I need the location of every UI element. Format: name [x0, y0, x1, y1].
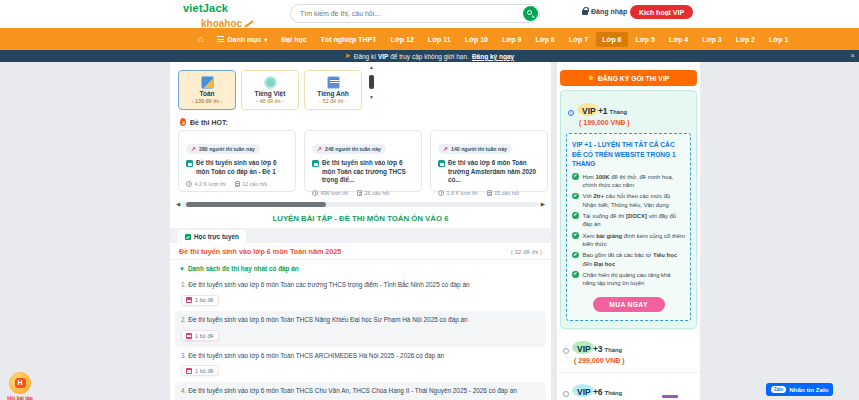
benefit-text: Tải xuống đề thi [DOCX] với đầy đủ đáp á… — [583, 212, 686, 229]
nav-item[interactable]: Lớp 3 — [696, 32, 727, 47]
subject-card[interactable]: Tiếng Việt- 48 đề thi - — [241, 70, 299, 110]
calendar-icon — [186, 368, 192, 374]
vip-plan-option[interactable]: VIP +1Tháng( 199,000 VNĐ ) — [566, 96, 691, 130]
section-heading-row: Đề thi tuyển sinh vào lớp 6 môn Toán năm… — [170, 243, 551, 260]
hot-exam-card[interactable]: ↗140 người thi tuần nàyĐề thi vào lớp 6 … — [430, 130, 548, 192]
nav-item-label: Lớp 5 — [636, 36, 655, 43]
calendar-icon — [438, 160, 445, 167]
nav-item[interactable]: Lớp 7 — [563, 32, 594, 47]
main-content: Toán- 139 đề thi -Tiếng Việt- 48 đề thi … — [170, 62, 551, 400]
exam-list-subheading[interactable]: ▼ Danh sách đề thi hay nhất có đáp án — [179, 265, 299, 272]
radio-button[interactable] — [563, 348, 569, 354]
tab-strip: ✔ Học trực tuyến — [170, 228, 551, 243]
plan-name: VIP +6Tháng — [574, 386, 625, 398]
scroll-thumb[interactable] — [369, 75, 374, 89]
attempts-text: 1.6 K lượt thi — [447, 190, 478, 196]
home-button[interactable]: ⌂ — [192, 31, 209, 48]
vip-plan-option[interactable]: VIP +3Tháng( 299,000 VNĐ ) — [557, 329, 700, 372]
subject-card[interactable]: Tiếng Anh- 52 đề thi - — [304, 70, 362, 110]
exam-list-item[interactable]: 3.Đề thi tuyển sinh vào lớp 6 môn Toán T… — [175, 347, 546, 382]
zalo-chat-button[interactable]: Zalo Nhắn tin Zalo — [766, 383, 833, 396]
scroll-right-icon[interactable]: ▶ — [539, 201, 547, 207]
plan-price: ( 199,000 VNĐ ) — [579, 119, 630, 126]
fire-icon — [180, 118, 186, 126]
help-label: Hỏi bài tập — [2, 395, 38, 400]
check-icon: ✔ — [572, 252, 579, 259]
clock-icon — [438, 190, 444, 196]
horizontal-scrollbar[interactable]: ◀ ▶ — [174, 200, 547, 208]
exam-group-heading[interactable]: Đề thi tuyển sinh vào lớp 6 môn Toán năm… — [179, 247, 341, 256]
scroll-up-icon[interactable]: ▲ — [369, 64, 374, 70]
subject-name: Tiếng Việt — [255, 90, 286, 97]
nav-item[interactable]: Lớp 2 — [730, 32, 761, 47]
nav-item[interactable]: Lớp 9 — [496, 32, 527, 47]
subject-scrollbar[interactable]: ▲ ▼ — [368, 64, 375, 100]
exam-item-title: 2.Đề thi tuyển sinh vào lớp 6 môn Toán T… — [181, 316, 540, 324]
logo-line1: vietJack — [183, 3, 254, 14]
nav-item[interactable]: Danh mục▾ — [211, 32, 273, 47]
buy-now-button[interactable]: MUA NGAY — [593, 297, 665, 312]
close-icon[interactable]: × — [850, 51, 855, 60]
nav-item[interactable]: Tốt nghiệp THPT — [315, 32, 383, 47]
hot-exam-card[interactable]: ↗380 người thi tuần nàyĐề thi tuyển sinh… — [178, 130, 296, 192]
subject-tabs: Toán- 139 đề thi -Tiếng Việt- 48 đề thi … — [178, 70, 362, 110]
search-input[interactable] — [300, 10, 490, 17]
search-button[interactable] — [523, 6, 538, 21]
nav-item[interactable]: Lớp 5 — [630, 32, 661, 47]
radio-button[interactable] — [568, 110, 574, 116]
activate-vip-button[interactable]: Kích hoạt VIP — [630, 5, 693, 19]
nav-item[interactable]: Lớp 11 — [422, 32, 457, 47]
benefit-text: Với 2tr+ câu hỏi theo các mức độ Nhận bi… — [583, 192, 686, 209]
title-text: Đề thi vào lớp 6 môn Toán trường Amsterd… — [448, 159, 540, 185]
vip-benefit-item: ✔Với 2tr+ câu hỏi theo các mức độ Nhận b… — [572, 192, 685, 209]
login-link[interactable]: Đăng nhập — [582, 8, 627, 15]
nav-item[interactable]: Lớp 4 — [663, 32, 694, 47]
scroll-left-icon[interactable]: ◀ — [174, 201, 182, 207]
plan-text: VIP +6Tháng( 399,000 VNĐ ) — [574, 381, 625, 400]
exam-list-item[interactable]: 1.Đề thi tuyển sinh vào lớp 6 môn Toán c… — [175, 276, 546, 311]
check-icon: ✔ — [572, 271, 579, 278]
calendar-icon — [186, 160, 193, 167]
radio-button[interactable] — [563, 391, 569, 397]
ask-question-floater[interactable]: H Hỏi bài tập — [2, 372, 38, 400]
item-title-text: Đề thi tuyển sinh vào lớp 6 môn Toán THC… — [188, 352, 444, 359]
exam-list-item[interactable]: 2.Đề thi tuyển sinh vào lớp 6 môn Toán T… — [175, 311, 546, 346]
exam-list-item[interactable]: 4.Đề thi tuyển sinh vào lớp 6 môn Toán T… — [175, 382, 546, 400]
nav-item[interactable]: Lớp 1 — [763, 32, 794, 47]
nav-item[interactable]: Lớp 6 — [596, 32, 627, 47]
badge-text: 1 bộ đề — [195, 297, 214, 303]
site-logo[interactable]: vietJack khoahoc — [183, 3, 254, 30]
rocket-icon: ➤ — [345, 52, 351, 60]
scroll-track[interactable] — [182, 202, 539, 207]
item-title-text: Đề thi tuyển sinh vào lớp 6 môn Toán THC… — [188, 316, 467, 323]
chart-up-icon: ↗ — [317, 146, 322, 152]
subject-name: Tiếng Anh — [317, 90, 348, 97]
help-circle[interactable]: H — [9, 372, 31, 394]
vip-detail-box: VIP +1 - LUYỆN THI TẤT CẢ CÁC ĐỀ CÓ TRÊN… — [566, 133, 691, 321]
vip-plan-option[interactable]: VIP +6Tháng( 399,000 VNĐ ) — [557, 372, 700, 400]
plan-name-text: VIP +1 — [582, 106, 608, 116]
nav-item[interactable]: Lớp 10 — [459, 32, 494, 47]
set-count-badge: 1 bộ đề — [181, 365, 219, 376]
vip-register-header[interactable]: ★ ĐĂNG KÝ GÓI THI VIP — [560, 70, 697, 86]
scroll-down-icon[interactable]: ▼ — [369, 94, 374, 100]
nav-item-label: Tốt nghiệp THPT — [321, 36, 377, 43]
viet-icon — [264, 76, 277, 89]
benefit-text: Bao gồm tất cả các bậc từ Tiểu học đến Đ… — [583, 251, 686, 268]
hot-exam-card[interactable]: ↗248 người thi tuần nàyĐề thi tuyển sinh… — [304, 130, 422, 192]
register-now-link[interactable]: Đăng ký ngay — [472, 53, 514, 60]
document-icon — [487, 190, 492, 196]
nav-item[interactable]: Lớp 12 — [385, 32, 420, 47]
tab-hoc-truc-tuyen[interactable]: ✔ Học trực tuyến — [178, 230, 246, 243]
scroll-thumb[interactable] — [186, 202, 326, 207]
subject-card[interactable]: Toán- 139 đề thi - — [178, 70, 236, 110]
nav-item[interactable]: Đại học — [275, 32, 312, 47]
check-icon: ✔ — [572, 212, 579, 219]
search-bar[interactable] — [290, 4, 540, 23]
questions-meta: 12 câu hỏi — [235, 181, 267, 187]
document-icon — [235, 181, 240, 187]
nav-item[interactable]: Lớp 8 — [529, 32, 560, 47]
item-title-text: Đề thi tuyển sinh vào lớp 6 môn Toán các… — [188, 281, 469, 288]
benefit-text: Chặn hiển thị quảng cáo tăng khả năng tậ… — [583, 271, 686, 288]
questions-meta: 15 câu hỏi — [487, 190, 519, 196]
